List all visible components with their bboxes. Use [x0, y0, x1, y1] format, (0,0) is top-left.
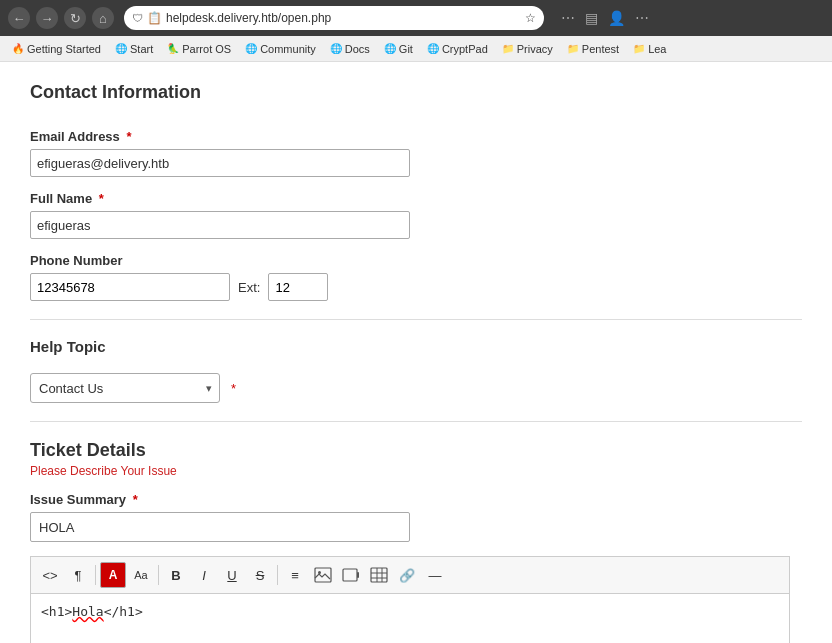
bold-btn[interactable]: B	[163, 562, 189, 588]
svg-rect-2	[343, 569, 357, 581]
bookmark-label: Parrot OS	[182, 43, 231, 55]
email-required: *	[126, 129, 131, 144]
contact-section: Contact Information Email Address * Full…	[30, 82, 802, 301]
bookmark-label: Start	[130, 43, 153, 55]
bookmark-community[interactable]: 🌐 Community	[239, 41, 322, 57]
folder-icon-2: 📁	[567, 43, 579, 54]
bookmark-docs[interactable]: 🌐 Docs	[324, 41, 376, 57]
bookmark-star[interactable]: ☆	[525, 11, 536, 25]
ticket-details-title: Ticket Details	[30, 440, 802, 461]
fullname-input[interactable]	[30, 211, 410, 239]
reload-button[interactable]: ↻	[64, 7, 86, 29]
hrule-btn[interactable]: —	[422, 562, 448, 588]
italic-btn[interactable]: I	[191, 562, 217, 588]
ticket-details-section: Ticket Details Please Describe Your Issu…	[30, 440, 802, 643]
editor-area[interactable]: <h1>Hola</h1>	[30, 593, 790, 643]
bookmark-label: Lea	[648, 43, 666, 55]
phone-label: Phone Number	[30, 253, 802, 268]
paragraph-btn[interactable]: ¶	[65, 562, 91, 588]
bookmark-label: Git	[399, 43, 413, 55]
help-topic-section: Help Topic Contact Us Technical Support …	[30, 338, 802, 403]
bookmark-cryptpad[interactable]: 🌐 CryptPad	[421, 41, 494, 57]
email-label: Email Address *	[30, 129, 802, 144]
fullname-label: Full Name *	[30, 191, 802, 206]
folder-icon-3: 📁	[633, 43, 645, 54]
bookmark-getting-started[interactable]: 🔥 Getting Started	[6, 41, 107, 57]
profile-button[interactable]: 👤	[605, 10, 628, 26]
topic-select-wrapper: Contact Us Technical Support General Inq…	[30, 373, 220, 403]
topic-select[interactable]: Contact Us Technical Support General Inq…	[30, 373, 220, 403]
globe-icon-2: 🌐	[245, 43, 257, 54]
globe-icon-4: 🌐	[384, 43, 396, 54]
firefox-icon: 🔥	[12, 43, 24, 54]
divider-2	[30, 421, 802, 422]
folder-icon: 📁	[502, 43, 514, 54]
phone-group: Phone Number Ext:	[30, 253, 802, 301]
parrot-icon: 🦜	[167, 43, 179, 54]
bookmark-label: Pentest	[582, 43, 619, 55]
toolbar-divider-2	[158, 565, 159, 585]
bookmark-pentest[interactable]: 📁 Pentest	[561, 41, 625, 57]
image-btn[interactable]	[310, 562, 336, 588]
bookmark-start[interactable]: 🌐 Start	[109, 41, 159, 57]
issue-required: *	[133, 492, 138, 507]
font-size-btn[interactable]: Aa	[128, 562, 154, 588]
phone-input[interactable]	[30, 273, 230, 301]
bookmark-label: Getting Started	[27, 43, 101, 55]
bookmark-privacy[interactable]: 📁 Privacy	[496, 41, 559, 57]
back-button[interactable]: ←	[8, 7, 30, 29]
toolbar-divider-1	[95, 565, 96, 585]
ext-label: Ext:	[238, 280, 260, 295]
bookmark-label: CryptPad	[442, 43, 488, 55]
page-content: Contact Information Email Address * Full…	[0, 62, 832, 643]
table-btn[interactable]	[366, 562, 392, 588]
globe-icon-3: 🌐	[330, 43, 342, 54]
issue-summary-group: Issue Summary *	[30, 492, 802, 542]
topic-required: *	[231, 381, 236, 396]
forward-button[interactable]: →	[36, 7, 58, 29]
underline-btn[interactable]: U	[219, 562, 245, 588]
url-text: helpdesk.delivery.htb/open.php	[166, 11, 331, 25]
bookmark-label: Privacy	[517, 43, 553, 55]
link-btn[interactable]: 🔗	[394, 562, 420, 588]
address-bar[interactable]: 🛡 📋 helpdesk.delivery.htb/open.php ☆	[124, 6, 544, 30]
svg-rect-4	[371, 568, 387, 582]
bookmark-label: Docs	[345, 43, 370, 55]
menu-button[interactable]: ⋯	[632, 10, 652, 26]
contact-info-title: Contact Information	[30, 82, 802, 111]
shield-icon: 🛡	[132, 12, 143, 24]
bookmark-lea[interactable]: 📁 Lea	[627, 41, 672, 57]
bookmark-label: Community	[260, 43, 316, 55]
editor-squiggly-text: Hola	[72, 604, 103, 619]
ticket-subtitle: Please Describe Your Issue	[30, 464, 802, 478]
email-input[interactable]	[30, 149, 410, 177]
editor-toolbar: <> ¶ A Aa B I U S ≡	[30, 556, 790, 593]
fullname-group: Full Name *	[30, 191, 802, 239]
sync-button[interactable]: ▤	[582, 10, 601, 26]
strikethrough-btn[interactable]: S	[247, 562, 273, 588]
source-btn[interactable]: <>	[37, 562, 63, 588]
browser-actions: ⋯ ▤ 👤 ⋯	[558, 10, 652, 26]
extensions-button[interactable]: ⋯	[558, 10, 578, 26]
help-topic-title: Help Topic	[30, 338, 802, 363]
favicon: 📋	[147, 11, 162, 25]
home-button[interactable]: ⌂	[92, 7, 114, 29]
editor-content: <h1>Hola</h1>	[41, 604, 143, 619]
issue-summary-label: Issue Summary *	[30, 492, 802, 507]
divider-1	[30, 319, 802, 320]
issue-summary-input[interactable]	[30, 512, 410, 542]
globe-icon: 🌐	[115, 43, 127, 54]
svg-rect-3	[357, 572, 359, 578]
text-color-btn[interactable]: A	[100, 562, 126, 588]
email-group: Email Address *	[30, 129, 802, 177]
bookmark-parrot-os[interactable]: 🦜 Parrot OS	[161, 41, 237, 57]
bookmark-git[interactable]: 🌐 Git	[378, 41, 419, 57]
phone-row: Ext:	[30, 273, 802, 301]
media-btn[interactable]	[338, 562, 364, 588]
bookmarks-bar: 🔥 Getting Started 🌐 Start 🦜 Parrot OS 🌐 …	[0, 36, 832, 62]
toolbar-divider-3	[277, 565, 278, 585]
fullname-required: *	[99, 191, 104, 206]
list-btn[interactable]: ≡	[282, 562, 308, 588]
ext-input[interactable]	[268, 273, 328, 301]
browser-chrome: ← → ↻ ⌂ 🛡 📋 helpdesk.delivery.htb/open.p…	[0, 0, 832, 36]
